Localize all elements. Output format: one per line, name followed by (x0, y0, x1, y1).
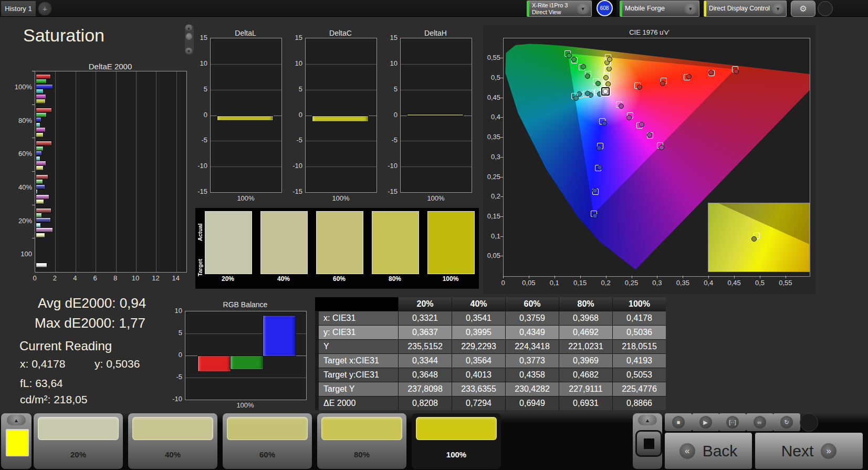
bar-red (36, 141, 52, 146)
bar-blue (36, 217, 51, 223)
y-axis-tick-label: 0,1 (483, 232, 500, 240)
table-cell: 0,4349 (506, 326, 559, 339)
y-axis-tick-label: 100% (12, 83, 32, 91)
chart-title: RGB Balance (185, 300, 306, 309)
loop-button[interactable]: ∞ (746, 413, 773, 431)
y-axis-tick-label: 0,55 (483, 54, 500, 61)
chart-title: DeltaH (400, 29, 471, 37)
zoom-inset (708, 203, 810, 272)
y-axis-tick-label: 15 (287, 34, 302, 41)
axis-tick (32, 138, 35, 138)
y-axis-tick-label: -10 (287, 162, 302, 170)
axis-tick (500, 117, 503, 118)
add-tab-button[interactable]: + (38, 2, 52, 16)
table-cell: 0,8866 (613, 396, 666, 410)
rgb-balance-chart: RGB Balance 1050-5-10100% (166, 299, 308, 412)
source-dropdown[interactable]: Mobile Forge ▼ (620, 1, 699, 17)
table-cell: 0,3995 (452, 326, 505, 339)
y-axis-tick-label: -5 (166, 373, 182, 381)
bar-magenta (36, 127, 46, 132)
gridline (116, 71, 117, 272)
patch-label: 20% (34, 450, 123, 459)
play-button[interactable]: ▶ (692, 413, 719, 431)
loop-icon: ∞ (754, 416, 766, 429)
table-cell: 227,9111 (559, 382, 612, 396)
meter-dropdown[interactable]: X-Rite i1Pro 3Direct View ▼ (527, 1, 592, 17)
x-axis-tick-label: 10 (125, 274, 146, 282)
stop-button[interactable]: ■ (665, 413, 692, 431)
table-cell: 0,3773 (506, 354, 559, 368)
range-button[interactable]: [··] (719, 413, 746, 431)
app-window: History 1 + X-Rite i1Pro 3Direct View ▼ … (0, 0, 868, 470)
source-label: Mobile Forge (622, 5, 682, 13)
x-axis-label: 100% (235, 194, 256, 202)
table-cell: 0,3969 (559, 354, 612, 368)
table-cell: 237,8098 (399, 382, 452, 396)
chevron-down-icon[interactable]: ▼ (577, 4, 589, 14)
axis-tick (500, 98, 503, 98)
delta-plot (305, 38, 377, 193)
y-axis-tick-label: 10 (192, 59, 207, 67)
next-button[interactable]: Next » (755, 433, 863, 469)
x-axis-tick-label: 0 (24, 274, 45, 282)
bar-blue (263, 315, 296, 357)
chevron-down-icon[interactable]: ▼ (684, 4, 697, 14)
table-cell: 0,3759 (506, 311, 559, 325)
x-axis-tick-label: 2 (44, 274, 65, 282)
back-button[interactable]: « Back (665, 433, 752, 469)
refresh-button[interactable]: ↻ (773, 413, 800, 431)
patch-tile-40%[interactable]: 40% (128, 413, 217, 469)
table-cell: 225,4776 (613, 382, 666, 396)
page-title: Saturation (23, 25, 104, 46)
tab-history-1[interactable]: History 1 (1, 1, 36, 16)
display-control-dropdown[interactable]: Direct Display Control ▼ (704, 1, 787, 17)
axis-tick (500, 216, 503, 217)
bar-magenta (36, 227, 53, 233)
inactive-transport-button[interactable] (800, 413, 818, 432)
max-de2000: Max dE2000: 1,77 (35, 315, 145, 331)
expand-up-icon[interactable]: ▲ (7, 415, 26, 425)
bar-green (36, 79, 47, 84)
patch-tile-80%[interactable]: 80% (317, 413, 406, 469)
table-cell: 0,6949 (506, 396, 559, 410)
chevron-down-icon[interactable]: ▼ (772, 4, 784, 14)
patch-tile-20%[interactable]: 20% (34, 413, 123, 469)
swatch-label: 60% (316, 275, 362, 283)
measured-point-green (595, 81, 601, 86)
table-cell: 0,5036 (613, 326, 666, 339)
stop-measure-button[interactable] (635, 430, 662, 457)
gridline (401, 141, 472, 141)
expand-up-icon[interactable]: ▲ (638, 415, 657, 425)
current-fl: fL: 63,64 (20, 377, 63, 390)
patch-tile-100%[interactable]: 100% (412, 413, 501, 469)
inset-measured-point (751, 236, 757, 242)
y-axis-tick-label: -5 (287, 136, 302, 144)
y-axis-tick-label: 10 (166, 307, 182, 315)
bar-cyan (36, 189, 38, 194)
stop-icon: ■ (672, 416, 685, 429)
y-axis-tick-label: -10 (192, 162, 207, 170)
table-cell: 0,4692 (559, 326, 612, 339)
measured-point-red (708, 70, 714, 75)
settings-button[interactable]: ⚙ (791, 1, 815, 17)
table-cell: 0,4682 (559, 368, 612, 382)
y-axis-tick-label: 0,3 (483, 153, 500, 161)
y-axis-tick-label: 5 (192, 85, 207, 93)
patch-label: 60% (223, 450, 312, 459)
swatch-label: 80% (372, 275, 418, 283)
bar-yellow (36, 199, 44, 204)
partial-edge-button[interactable] (818, 1, 833, 16)
table-cell: 221,0231 (559, 340, 612, 353)
meter-label: X-Rite i1Pro 3Direct View (529, 2, 574, 15)
patch-tile-60%[interactable]: 60% (223, 413, 312, 469)
delta-bar (407, 114, 464, 117)
table-cell: 229,2293 (452, 340, 505, 353)
gridline (306, 90, 377, 90)
current-y: y: 0,5036 (95, 358, 140, 370)
measurement-table: 20%40%60%80%100%x: CIE310,33210,35410,37… (315, 297, 666, 410)
x-axis-tick-label: 12 (145, 274, 166, 282)
axis-tick (708, 276, 709, 278)
gridline (176, 71, 177, 272)
bar-yellow (36, 165, 44, 171)
x-axis-tick-label: 0,55 (775, 279, 796, 287)
